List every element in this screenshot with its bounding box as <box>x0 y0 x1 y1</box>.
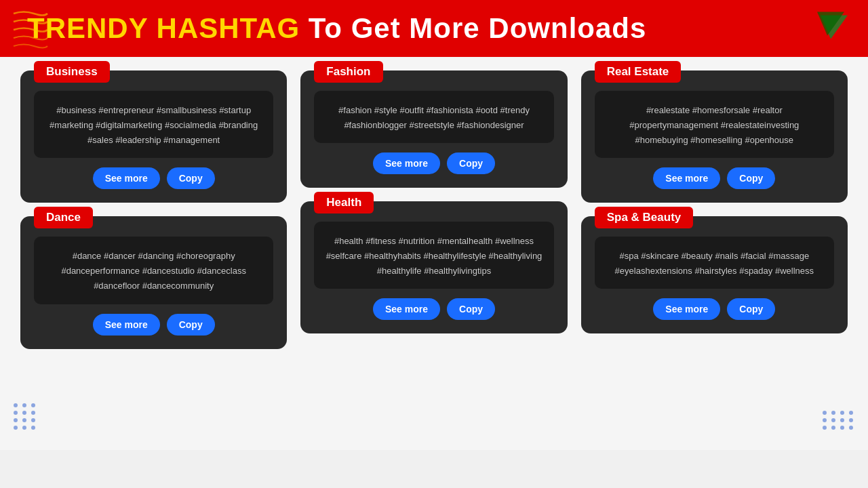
spa-label: Spa & Beauty <box>595 207 694 228</box>
spa-buttons: See more Copy <box>595 298 834 320</box>
business-hashtags: #business #entrepreneur #smallbusiness #… <box>44 103 263 148</box>
spa-hashtags: #spa #skincare #beauty #nails #facial #m… <box>605 249 824 279</box>
health-hashtags-box: #health #fitness #nutrition #mentalhealt… <box>314 222 553 289</box>
spa-card-wrapper: Spa & Beauty #spa #skincare #beauty #nai… <box>581 216 848 333</box>
column-2: Fashion #fashion #style #outfit #fashion… <box>300 70 567 436</box>
health-label: Health <box>314 192 374 214</box>
spa-see-more-button[interactable]: See more <box>653 298 720 320</box>
dance-copy-button[interactable]: Copy <box>167 314 215 336</box>
realestate-see-more-button[interactable]: See more <box>653 167 720 189</box>
spa-copy-button[interactable]: Copy <box>727 298 775 320</box>
fashion-card-wrapper: Fashion #fashion #style #outfit #fashion… <box>300 70 567 188</box>
fashion-copy-button[interactable]: Copy <box>447 152 495 174</box>
dots-decoration-left <box>14 403 37 430</box>
health-card: #health #fitness #nutrition #mentalhealt… <box>300 201 567 333</box>
realestate-card: #realestate #homesforsale #realtor #prop… <box>581 70 848 203</box>
realestate-label: Real Estate <box>595 61 682 83</box>
business-card: #business #entrepreneur #smallbusiness #… <box>20 70 287 203</box>
arrow-decoration <box>810 9 848 49</box>
dance-see-more-button[interactable]: See more <box>93 314 160 336</box>
health-hashtags: #health #fitness #nutrition #mentalhealt… <box>324 234 543 279</box>
column-3: Real Estate #realestate #homesforsale #r… <box>581 70 848 436</box>
realestate-copy-button[interactable]: Copy <box>727 167 775 189</box>
realestate-buttons: See more Copy <box>595 167 834 189</box>
dance-buttons: See more Copy <box>34 314 273 336</box>
main-content: Business #business #entrepreneur #smallb… <box>0 57 868 450</box>
spa-card: #spa #skincare #beauty #nails #facial #m… <box>581 216 848 333</box>
column-1: Business #business #entrepreneur #smallb… <box>20 70 287 436</box>
spa-hashtags-box: #spa #skincare #beauty #nails #facial #m… <box>595 237 834 289</box>
header: TRENDY HASHTAG To Get More Downloads <box>0 0 868 57</box>
fashion-see-more-button[interactable]: See more <box>373 152 440 174</box>
fashion-buttons: See more Copy <box>314 152 553 174</box>
fashion-card: #fashion #style #outfit #fashionista #oo… <box>300 70 567 188</box>
fashion-label: Fashion <box>314 61 382 83</box>
business-see-more-button[interactable]: See more <box>93 167 160 189</box>
business-hashtags-box: #business #entrepreneur #smallbusiness #… <box>34 91 273 158</box>
fashion-hashtags: #fashion #style #outfit #fashionista #oo… <box>324 103 543 133</box>
dance-card: #dance #dancer #dancing #choreography #d… <box>20 216 287 348</box>
dance-label: Dance <box>34 207 93 228</box>
realestate-hashtags: #realestate #homesforsale #realtor #prop… <box>605 103 824 148</box>
wave-decoration <box>10 7 51 54</box>
health-card-wrapper: Health #health #fitness #nutrition #ment… <box>300 201 567 333</box>
page-title: TRENDY HASHTAG To Get More Downloads <box>27 12 841 45</box>
business-buttons: See more Copy <box>34 167 273 189</box>
realestate-hashtags-box: #realestate #homesforsale #realtor #prop… <box>595 91 834 158</box>
health-buttons: See more Copy <box>314 298 553 320</box>
business-copy-button[interactable]: Copy <box>167 167 215 189</box>
health-see-more-button[interactable]: See more <box>373 298 440 320</box>
realestate-card-wrapper: Real Estate #realestate #homesforsale #r… <box>581 70 848 203</box>
dance-hashtags: #dance #dancer #dancing #choreography #d… <box>44 249 263 293</box>
business-card-wrapper: Business #business #entrepreneur #smallb… <box>20 70 287 203</box>
dots-decoration-right <box>823 411 854 430</box>
business-label: Business <box>34 61 110 83</box>
fashion-hashtags-box: #fashion #style #outfit #fashionista #oo… <box>314 91 553 143</box>
dance-hashtags-box: #dance #dancer #dancing #choreography #d… <box>34 237 273 304</box>
health-copy-button[interactable]: Copy <box>447 298 495 320</box>
dance-card-wrapper: Dance #dance #dancer #dancing #choreogra… <box>20 216 287 348</box>
